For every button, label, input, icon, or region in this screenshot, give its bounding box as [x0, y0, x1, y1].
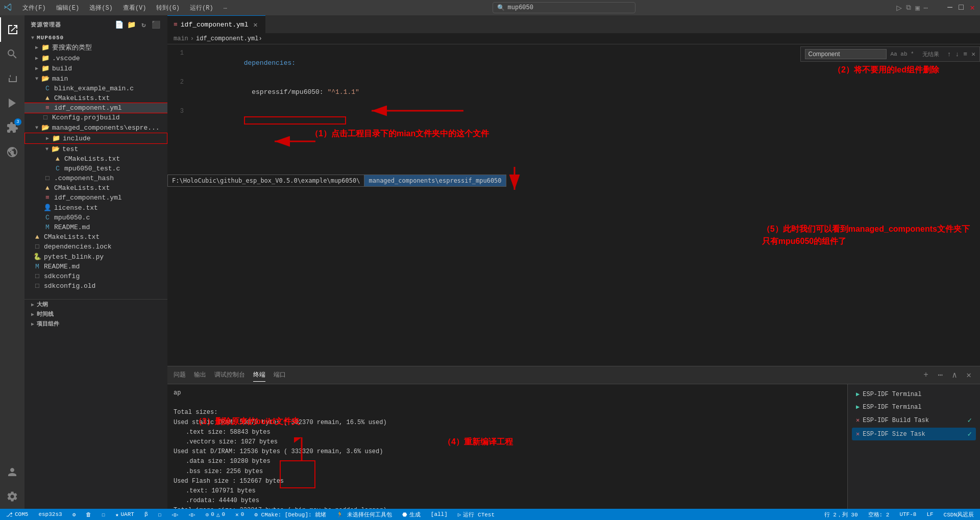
- activity-explorer[interactable]: [0, 17, 24, 42]
- tree-main-folder[interactable]: ▼ 📂 main: [24, 73, 167, 84]
- breadcrumb-main[interactable]: main: [174, 35, 188, 42]
- menu-run[interactable]: 运行(R): [186, 3, 217, 13]
- status-no-kit[interactable]: 🏃 未选择任何工具包: [334, 509, 394, 520]
- find-select-all-icon[interactable]: ≡: [963, 51, 967, 58]
- status-encoding[interactable]: UTF-8: [897, 509, 918, 520]
- status-errors[interactable]: ⊙ 0 △ 0: [204, 509, 227, 520]
- activity-extensions[interactable]: 3: [0, 115, 24, 140]
- find-input[interactable]: [805, 49, 887, 59]
- panel-maximize-icon[interactable]: ∧: [949, 370, 960, 380]
- status-delete-icon[interactable]: 🗑: [84, 509, 93, 520]
- tab-idf-component[interactable]: ≡ idf_component.yml ✕: [167, 15, 265, 33]
- find-prev-icon[interactable]: ↑: [947, 51, 951, 58]
- status-idf-flash-monitor[interactable]: ◁▷: [186, 509, 197, 520]
- tree-test-cmake[interactable]: ▲ CMakeLists.txt: [24, 154, 167, 164]
- status-spaces[interactable]: 空格: 2: [866, 509, 892, 520]
- breadcrumb-item[interactable]: idf_component.yml: [196, 35, 258, 42]
- timeline-header[interactable]: ▶ 时间线: [24, 309, 167, 319]
- status-branch[interactable]: ⎇ COM5: [4, 509, 30, 520]
- status-run-ctest[interactable]: ▷ 运行 CTest: [456, 509, 497, 520]
- global-search[interactable]: 🔍 mup6050: [493, 2, 635, 13]
- status-monitor[interactable]: ◁▷: [169, 509, 180, 520]
- activity-settings[interactable]: [0, 484, 24, 509]
- split-icon[interactable]: ⧉: [906, 4, 911, 12]
- status-flash[interactable]: ☐: [156, 509, 164, 520]
- terminal-item-3[interactable]: ✕ ESP-IDF Build Task ✓: [852, 414, 976, 427]
- menu-more[interactable]: …: [219, 3, 231, 13]
- status-cmake[interactable]: ⚙ CMake: [Debug]: 就绪: [252, 509, 328, 520]
- status-uart[interactable]: ★ UART: [113, 509, 136, 520]
- status-build[interactable]: ⬣ 生成: [400, 509, 423, 520]
- status-eol[interactable]: LF: [924, 509, 935, 520]
- tab-problems[interactable]: 问题: [174, 368, 186, 382]
- panel-add-icon[interactable]: +: [921, 370, 931, 380]
- terminal-item-1[interactable]: ▶ ESP-IDF Terminal: [852, 388, 976, 400]
- tree-readme-managed[interactable]: M README.md: [24, 222, 167, 232]
- tree-idf-component[interactable]: ≡ idf_component.yml: [24, 103, 167, 113]
- status-position[interactable]: 行 2，列 30: [822, 509, 860, 520]
- new-folder-icon[interactable]: 📁: [127, 19, 137, 30]
- tab-close-button[interactable]: ✕: [251, 20, 259, 29]
- tree-blink-main[interactable]: C blink_example_main.c: [24, 84, 167, 93]
- tree-sdkconfig[interactable]: □ sdkconfig: [24, 271, 167, 281]
- run-icon[interactable]: ▷: [896, 2, 902, 13]
- tree-hash[interactable]: □ .component_hash: [24, 174, 167, 183]
- tree-mpu-c[interactable]: C mpu6050.c: [24, 213, 167, 222]
- activity-remote[interactable]: [0, 140, 24, 164]
- tree-cmake-managed[interactable]: ▲ CMakeLists.txt: [24, 183, 167, 193]
- project-components-header[interactable]: ▶ 项目组件: [24, 319, 167, 329]
- tree-search-types[interactable]: ▶ 📁 要搜索的类型: [24, 42, 167, 53]
- tree-build[interactable]: ▶ 📁 build: [24, 63, 167, 73]
- tree-sdkconfig-old[interactable]: □ sdkconfig.old: [24, 281, 167, 291]
- panel-close-icon[interactable]: ✕: [964, 370, 974, 380]
- activity-search[interactable]: [0, 42, 24, 66]
- status-all[interactable]: [all]: [429, 509, 450, 520]
- menu-file[interactable]: 文件(F): [18, 3, 50, 13]
- tab-output[interactable]: 输出: [194, 368, 206, 382]
- terminal-item-4[interactable]: ✕ ESP-IDF Size Task ✓: [852, 428, 976, 440]
- status-beta[interactable]: β: [142, 509, 150, 520]
- tree-mpu-test[interactable]: C mpu6050_test.c: [24, 164, 167, 174]
- tree-vscode[interactable]: ▶ 📁 .vscode: [24, 53, 167, 63]
- maximize-button[interactable]: □: [958, 4, 965, 11]
- activity-git[interactable]: [0, 66, 24, 91]
- tab-debug-console[interactable]: 调试控制台: [214, 368, 245, 382]
- tree-root-folder[interactable]: ▼ MUP6050: [24, 34, 167, 42]
- menu-edit[interactable]: 编辑(E): [52, 3, 84, 13]
- tree-test[interactable]: ▼ 📂 test: [24, 144, 167, 154]
- tree-license[interactable]: 👤 license.txt: [24, 203, 167, 213]
- tree-cmake-root[interactable]: ▲ CMakeLists.txt: [24, 232, 167, 242]
- outline-header[interactable]: ▶ 大纲: [24, 300, 167, 309]
- find-next-icon[interactable]: ↓: [955, 51, 960, 58]
- tree-kconfig[interactable]: ▶ □ Kconfig.projbuild: [24, 113, 167, 122]
- collapse-icon[interactable]: ⬛: [151, 19, 161, 30]
- tree-readme-root[interactable]: M README.md: [24, 262, 167, 271]
- tree-idf-managed[interactable]: ≡ idf_component.yml: [24, 193, 167, 203]
- status-target[interactable]: esp32s3: [36, 509, 64, 520]
- tab-ports[interactable]: 端口: [274, 368, 286, 382]
- terminal-item-2[interactable]: ▶ ESP-IDF Terminal: [852, 401, 976, 413]
- tree-pytest[interactable]: 🐍 pytest_blink.py: [24, 252, 167, 262]
- minimize-button[interactable]: ─: [946, 4, 953, 11]
- status-config-icon[interactable]: ⚙: [70, 509, 78, 520]
- tree-cmake-main[interactable]: ▲ CMakeLists.txt: [24, 93, 167, 103]
- activity-run[interactable]: [0, 91, 24, 115]
- close-button[interactable]: ✕: [969, 4, 976, 11]
- find-close-icon[interactable]: ✕: [971, 50, 975, 58]
- tree-include[interactable]: ▶ 📁 include: [24, 133, 167, 144]
- status-info[interactable]: ✕ 0: [233, 509, 246, 520]
- activity-account[interactable]: [0, 460, 24, 484]
- tab-terminal[interactable]: 终端: [253, 368, 265, 382]
- tree-managed[interactable]: ▼ 📂 managed_components\espre...: [24, 122, 167, 133]
- menu-go[interactable]: 转到(G): [152, 3, 184, 13]
- more-icon[interactable]: ⋯: [924, 4, 928, 12]
- menu-view[interactable]: 查看(V): [119, 3, 151, 13]
- layout-icon[interactable]: ▣: [915, 4, 919, 12]
- status-build-icon[interactable]: ☐: [100, 509, 107, 520]
- menu-select[interactable]: 选择(S): [85, 3, 117, 13]
- panel-more-icon[interactable]: ⋯: [935, 370, 945, 380]
- status-csdn[interactable]: CSDN风迟辰: [942, 509, 976, 520]
- tree-deps-lock[interactable]: □ dependencies.lock: [24, 242, 167, 252]
- new-file-icon[interactable]: 📄: [114, 19, 125, 30]
- refresh-icon[interactable]: ↻: [139, 19, 149, 30]
